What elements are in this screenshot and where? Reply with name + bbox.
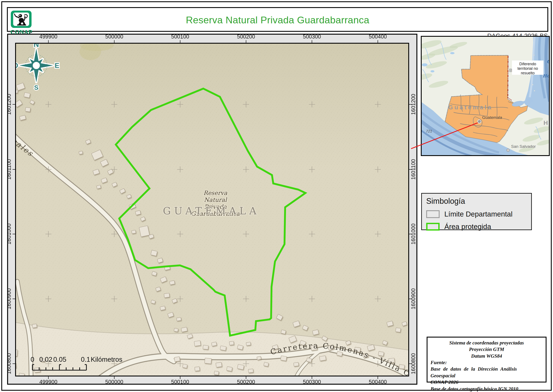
building [227, 366, 232, 371]
building [248, 369, 253, 373]
building [319, 356, 326, 361]
easting-label: 500000 [105, 34, 123, 40]
northing-label: 1601100 [7, 159, 12, 180]
callout-line: territorial no [517, 66, 538, 71]
reserve-name-label: Reserva [203, 189, 228, 196]
northing-label: 1601000 [7, 224, 12, 245]
building [79, 151, 83, 154]
building [280, 356, 287, 361]
building [257, 356, 261, 360]
sea-label: Hond [543, 73, 550, 78]
map-sheet: CONAP Reserva Natural Privada Guardabarr… [0, 0, 553, 392]
easting-label: 500300 [303, 34, 321, 40]
northing-label: 1600800 [410, 353, 416, 374]
northing-label: 1600800 [7, 353, 12, 374]
header: CONAP Reserva Natural Privada Guardabarr… [7, 7, 548, 32]
building [216, 362, 222, 367]
building [294, 362, 299, 366]
main-map-frame: nalesCarretera Colmenas - Villa CanaRese… [7, 34, 417, 385]
northing-label: 1601000 [410, 224, 416, 245]
building [203, 345, 208, 350]
guatemala-city-dot [478, 120, 481, 123]
scale-tick-label: 0.02 [39, 356, 52, 363]
easting-label: 500300 [303, 379, 321, 385]
easting-label: 500000 [105, 379, 123, 385]
source-line-2: CONAP 2026 [430, 379, 543, 385]
easting-label: 500400 [369, 379, 387, 385]
crs-line: Sistema de coordenadas proyectadas [430, 340, 543, 346]
honduras-label: Ho [544, 119, 550, 126]
depth-label: 721 [426, 129, 432, 133]
inset-map: BGuatemalaGuatemalaSan SalvadorHo721GudH… [421, 36, 550, 156]
building [139, 226, 150, 237]
scale-tick-label: 0.1 [81, 356, 90, 363]
building [246, 342, 251, 346]
building [195, 367, 200, 371]
northing-label: 1601200 [410, 94, 416, 115]
building [229, 341, 234, 345]
building [174, 328, 178, 332]
main-map: nalesCarretera Colmenas - Villa CanaRese… [7, 34, 417, 385]
legend-item-limite: Límite Departamental [426, 210, 527, 218]
building [205, 358, 212, 364]
building [97, 185, 101, 189]
easting-label: 500100 [171, 379, 189, 385]
department-label: GUATEMALA [163, 205, 260, 217]
building [183, 364, 187, 368]
belize-dispute-line [508, 56, 508, 98]
building [194, 341, 201, 346]
northing-label: 1600900 [7, 288, 12, 309]
easting-label: 499900 [39, 379, 57, 385]
scale-tick-label: 0.05 [53, 356, 66, 363]
easting-label: 500400 [369, 34, 387, 40]
building [32, 324, 37, 328]
map-content: nalesCarretera Colmenas - Villa CanaRese… [10, 40, 417, 385]
building [214, 371, 219, 375]
northing-label: 1600900 [410, 288, 416, 309]
compass-letter: E [55, 62, 59, 69]
reserve-name-label: Natural [204, 196, 227, 203]
datum-line: Datum WGS84 [430, 353, 543, 359]
credits-box: Sistema de coordenadas proyectadas Proye… [427, 337, 546, 383]
compass-letter: S [34, 84, 38, 91]
building [220, 346, 226, 350]
building [176, 317, 181, 321]
san-salvador-dot [507, 149, 510, 152]
northing-label: 1601200 [7, 94, 12, 115]
building [174, 357, 180, 362]
building [25, 107, 30, 112]
legend: Simbología Límite Departamental Área pro… [421, 193, 532, 230]
country-label: Guatemala [448, 104, 493, 111]
projection-line: Proyección GTM [430, 346, 543, 353]
source-line-3: Base de datos cartografía básica IGN 201… [430, 386, 543, 392]
building [264, 362, 269, 366]
departmental-limit-swatch-icon [426, 210, 440, 218]
scale-unit-label: Kilómetros [91, 356, 122, 363]
callout-line: Diferendo [519, 62, 536, 66]
building [164, 293, 170, 298]
protected-area-swatch-icon [426, 223, 440, 231]
easting-label: 499900 [39, 34, 57, 40]
inset-locator-map: BGuatemalaGuatemalaSan SalvadorHo721GudH… [421, 36, 550, 156]
source-line-1: Base de datos de la Dirección Análisis G… [430, 366, 543, 379]
scale-tick-label: 0 [30, 356, 34, 363]
building [131, 230, 136, 234]
san-salvador-label: San Salvador [511, 144, 536, 149]
callout-line: resuelto [521, 71, 535, 75]
page-title: Reserva Natural Privada Guardabarranca [8, 14, 547, 26]
easting-label: 500200 [237, 379, 255, 385]
legend-title: Simbología [426, 197, 527, 206]
building [395, 328, 401, 332]
guatemala-city-label: Guatemala [482, 115, 502, 120]
easting-label: 500200 [237, 34, 255, 40]
source-heading: Fuente: [430, 359, 543, 366]
easting-label: 500100 [171, 34, 189, 40]
legend-item-area: Área protegida [426, 223, 527, 231]
northing-label: 1601100 [410, 159, 416, 180]
